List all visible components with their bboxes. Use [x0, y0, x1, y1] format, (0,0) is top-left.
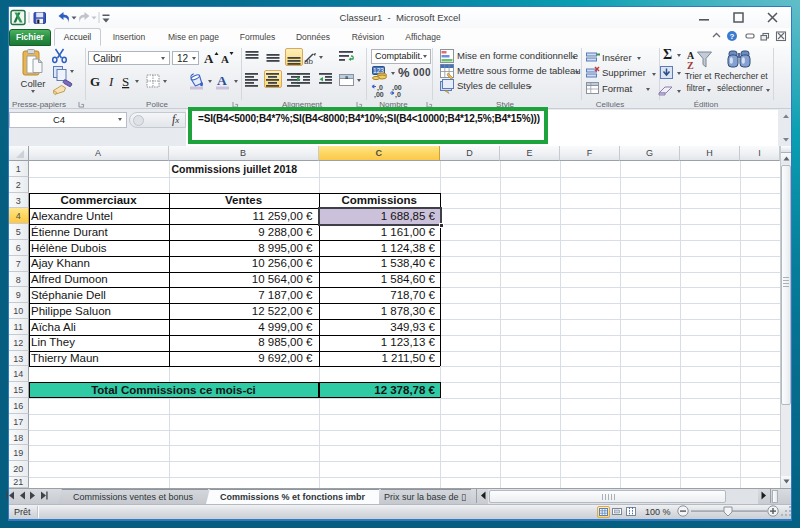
svg-text:A: A	[217, 73, 227, 88]
svg-text:,0: ,0	[395, 91, 401, 99]
svg-text:ab: ab	[304, 57, 313, 66]
svg-text:A: A	[204, 51, 214, 66]
svg-text:,00: ,00	[374, 91, 384, 99]
svg-text:?: ?	[730, 32, 735, 41]
svg-text:I: I	[108, 74, 114, 89]
svg-text:A: A	[687, 50, 695, 61]
svg-text:Z: Z	[687, 60, 694, 71]
svg-text:G: G	[90, 74, 100, 89]
svg-text:A: A	[221, 53, 229, 65]
svg-text:S: S	[122, 74, 129, 89]
